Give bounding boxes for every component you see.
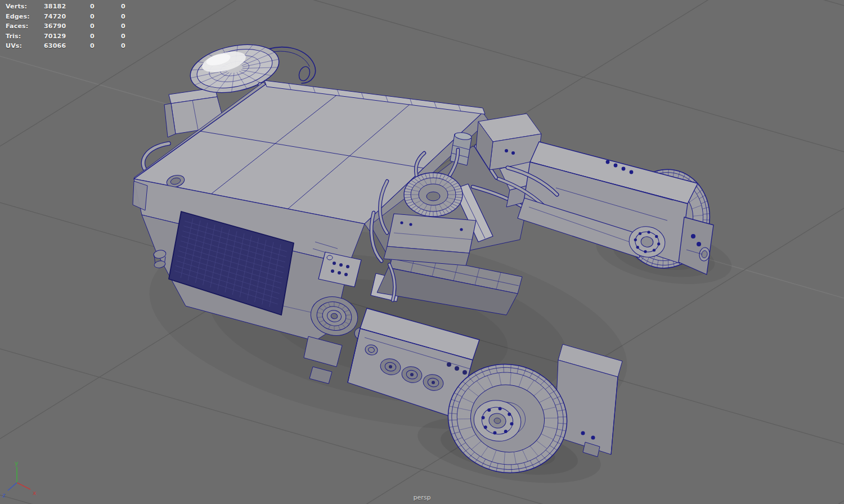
hud-row: Edges: 74720 0 0 xyxy=(6,12,163,22)
hud-stat-value: 0 xyxy=(121,41,125,51)
hud-stat-value: 0 xyxy=(90,12,95,22)
hud-stat-label: UVs: xyxy=(6,41,22,51)
hud-stat-value: 0 xyxy=(121,32,125,42)
hud-stat-label: Tris: xyxy=(6,32,21,42)
gizmo-z-axis xyxy=(8,483,17,490)
hud-stat-label: Verts: xyxy=(6,2,27,12)
hud-row: Verts: 38182 0 0 xyxy=(6,2,163,12)
hud-stat-value: 0 xyxy=(121,12,125,22)
gizmo-y-label: y xyxy=(15,460,19,467)
hud-stat-value: 70129 xyxy=(44,32,66,42)
hud-stat-label: Edges: xyxy=(6,12,30,22)
perspective-viewport[interactable]: Verts: 38182 0 0 Edges: 74720 0 0 Faces:… xyxy=(0,0,844,504)
hud-stat-value: 0 xyxy=(90,21,95,32)
hud-row: UVs: 63066 0 0 xyxy=(6,41,163,51)
hud-stat-value: 36790 xyxy=(44,21,66,32)
viewport-canvas[interactable] xyxy=(0,0,844,504)
hud-stat-value: 0 xyxy=(90,41,95,51)
axis-orientation-gizmo: y x z xyxy=(1,458,46,503)
gizmo-z-label: z xyxy=(2,492,6,499)
hud-stat-label: Faces: xyxy=(6,21,28,32)
hud-stat-value: 0 xyxy=(121,2,125,12)
hud-stat-value: 0 xyxy=(90,2,95,12)
hud-stat-value: 0 xyxy=(121,21,125,32)
camera-name-label: persp xyxy=(414,494,431,501)
hud-stat-value: 38182 xyxy=(44,2,66,12)
hud-row: Tris: 70129 0 0 xyxy=(6,32,163,42)
hud-stat-value: 0 xyxy=(90,32,95,42)
hud-row: Faces: 36790 0 0 xyxy=(6,21,163,32)
hud-stat-value: 63066 xyxy=(44,41,66,51)
gizmo-x-axis xyxy=(17,483,30,489)
gizmo-x-label: x xyxy=(33,489,37,497)
hud-stat-value: 74720 xyxy=(44,12,66,22)
poly-count-hud: Verts: 38182 0 0 Edges: 74720 0 0 Faces:… xyxy=(6,2,163,51)
